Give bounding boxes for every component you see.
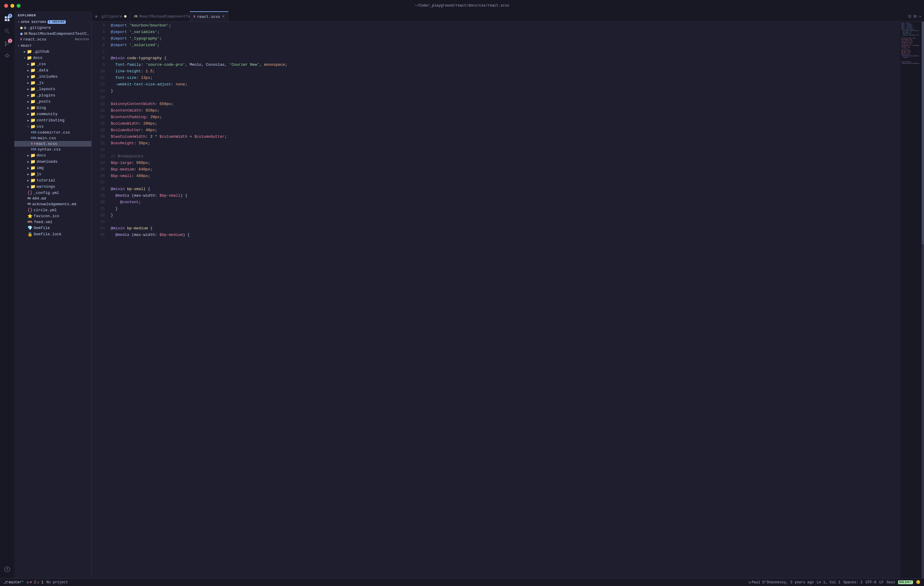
tree-feed-xml[interactable]: XML feed.xml [14, 219, 91, 225]
tutorial-name: tutorial [36, 178, 55, 183]
tree-warnings[interactable]: ▶ 📁 warnings [14, 184, 91, 190]
tree-posts[interactable]: ▶ 📁 _posts [14, 99, 91, 105]
code-line-20: $twoColumnWidth: 2 * $columnWidth + $col… [111, 133, 900, 140]
code-line-21: $navHeight: 50px; [111, 140, 900, 146]
downloads-chevron: ▶ [27, 160, 29, 164]
eslint-status[interactable]: ESLint! [898, 580, 913, 584]
data-name: _data [36, 68, 48, 72]
syntax-css-icon: CSS [31, 148, 36, 151]
close-button[interactable] [4, 4, 8, 8]
activity-source-control[interactable]: 1 [2, 38, 13, 49]
tree-js-folder[interactable]: ▶ 📁 js [14, 171, 91, 177]
tree-gemfile-lock[interactable]: 🔒 Gemfile.lock [14, 231, 91, 237]
activity-bar: 2 1 [0, 11, 14, 578]
react-scss-tab-close[interactable]: × [222, 14, 224, 19]
tree-blog[interactable]: ▶ 📁 blog [14, 105, 91, 111]
tree-react-scss[interactable]: S react.scss [14, 141, 91, 146]
tree-circle-yml[interactable]: {} circle.yml [14, 207, 91, 213]
line-ending[interactable]: LF [879, 580, 883, 584]
open-file-gitignore[interactable]: ⚙ .gitignore [14, 25, 91, 31]
status-left: ⎇ master* ↻ ⊗ 2 ⚠ 1 No project [3, 580, 68, 584]
minimap-thumb[interactable] [922, 22, 924, 244]
tree-data[interactable]: ▶ 📁 _data [14, 67, 91, 74]
tab-gitignore[interactable]: ⚙ .gitignore [92, 11, 130, 21]
css-chevron: ▶ [27, 63, 29, 66]
encoding[interactable]: UTF-8 [866, 580, 876, 584]
js-folder2-icon: 📁 [30, 172, 35, 177]
tree-tutorial[interactable]: ▶ 📁 tutorial [14, 177, 91, 184]
window-controls[interactable] [4, 4, 21, 8]
tree-main-css[interactable]: CSS main.css [14, 135, 91, 141]
tree-favicon[interactable]: ⭐ favicon.ico [14, 213, 91, 219]
open-editors-group[interactable]: ▾ OPEN EDITORS 2 UNSAVED [14, 18, 91, 25]
tree-contributing[interactable]: ▶ 📁 contributing [14, 117, 91, 123]
activity-extensions[interactable] [2, 51, 13, 62]
code-line-24: $bp-large: 960px; [111, 160, 900, 166]
layout-icon[interactable]: ⊞ [914, 13, 917, 19]
maximize-button[interactable] [16, 4, 21, 8]
react-component-name: ReactMockedComponentTestComp... [28, 31, 89, 36]
open-file-react-scss[interactable]: S react.scss docs/css [14, 36, 91, 42]
window-title: ~/Code/_playground/react/docs/css/react.… [415, 3, 509, 8]
tree-gemfile[interactable]: 💎 Gemfile [14, 225, 91, 231]
svg-point-6 [5, 42, 7, 43]
tree-img[interactable]: ▶ 📁 img [14, 165, 91, 171]
docs-folder-icon: 📁 [27, 55, 32, 60]
warnings-name: warnings [36, 184, 55, 189]
tree-acknowledgements[interactable]: MD acknowledgements.md [14, 201, 91, 207]
layouts-chevron: ▶ [27, 87, 29, 91]
css-open-chevron: ▾ [27, 125, 29, 128]
more-actions-icon[interactable]: ⋯ [919, 13, 922, 19]
sync-button[interactable]: ↻ ⊗ 2 ⚠ 1 [26, 580, 43, 584]
tree-404[interactable]: MD 404.md [14, 196, 91, 201]
activity-bottom [2, 563, 13, 576]
tree-community[interactable]: ▶ 📁 community [14, 111, 91, 117]
gitignore-name: .gitignore [27, 26, 51, 30]
split-editor-icon[interactable]: ⊡ [908, 13, 911, 19]
activity-search[interactable] [2, 26, 13, 37]
tree-docs-sub[interactable]: ▶ 📁 docs [14, 152, 91, 158]
language-mode[interactable]: Sass [886, 580, 895, 584]
minimize-button[interactable] [10, 4, 14, 8]
open-file-react-component[interactable]: JS ReactMockedComponentTestComp... [14, 31, 91, 36]
img-folder-icon: 📁 [30, 165, 35, 170]
code-line-4: @import '_variables'; [111, 29, 900, 35]
minimap-scrollbar[interactable] [922, 22, 924, 578]
react-scss-label: react.scss [34, 142, 57, 146]
tree-codemirror[interactable]: CSS codemirror.css [14, 130, 91, 135]
js-folder2-name: js [36, 172, 41, 176]
tree-downloads[interactable]: ▶ 📁 downloads [14, 158, 91, 165]
includes-name: _includes [36, 74, 58, 79]
error-count: ⊗ 2 [30, 580, 36, 584]
code-line-31: } [111, 206, 900, 212]
tree-config-yml[interactable]: {} _config.yml [14, 190, 91, 196]
tab-react-component[interactable]: JS ReactMockedComponentTestComponent.js [130, 11, 190, 21]
code-line-26: $bp-small: 480px; [111, 173, 900, 179]
feed-xml-icon: XML [27, 221, 33, 224]
plugins-chevron: ▶ [27, 94, 29, 97]
line-numbers: 34567 89101112 1314151617 1819202122 232… [92, 22, 107, 578]
tree-js[interactable]: ▶ 📁 _js [14, 80, 91, 86]
git-branch[interactable]: ⎇ master* [3, 580, 23, 584]
code-editor[interactable]: @import 'bourbon/bourbon'; @import '_var… [107, 22, 900, 578]
tree-docs[interactable]: ▾ 📁 docs [14, 55, 91, 61]
tree-css-folder[interactable]: ▾ 📁 css [14, 123, 91, 130]
code-line-17: $contentPadding: 20px; [111, 114, 900, 120]
cursor-position[interactable]: Ln 1, Col 1 [817, 580, 840, 584]
js-chevron: ▶ [27, 81, 29, 85]
tree-layouts[interactable]: ▶ 📁 _layouts [14, 86, 91, 92]
tree-github[interactable]: ▶ 📁 .github [14, 48, 91, 55]
github-folder-icon: 📁 [27, 49, 32, 54]
tree-css[interactable]: ▶ 📁 _css [14, 61, 91, 67]
tree-syntax-css[interactable]: CSS syntax.css [14, 146, 91, 152]
indent-size[interactable]: Spaces: 2 [843, 580, 863, 584]
tree-plugins[interactable]: ▶ 📁 _plugins [14, 92, 91, 99]
tab-react-scss[interactable]: S react.scss × [190, 11, 228, 21]
react-group[interactable]: ▾ REACT [14, 42, 91, 48]
react-scss-icon: S [31, 142, 33, 145]
activity-settings[interactable] [2, 563, 13, 575]
code-line-27 [111, 179, 900, 186]
activity-explorer[interactable]: 2 [2, 13, 13, 25]
js-icon: JS [24, 32, 27, 35]
tree-includes[interactable]: ▶ 📁 _includes [14, 74, 91, 80]
